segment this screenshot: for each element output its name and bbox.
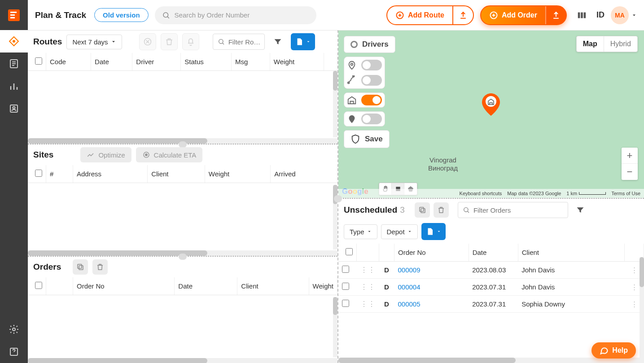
routes-col-status[interactable]: Status [181, 53, 232, 71]
drivers-toggle[interactable]: Drivers [344, 36, 395, 53]
routes-export-button[interactable] [291, 33, 315, 50]
routes-col-driver[interactable]: Driver [132, 53, 181, 71]
map-layer-routes-switch[interactable] [361, 75, 382, 86]
sites-col-num[interactable]: # [46, 165, 73, 183]
id-button[interactable]: ID [596, 10, 605, 20]
sidebar-item-plan[interactable] [0, 30, 28, 52]
map-layer-pins-switch[interactable] [361, 60, 382, 70]
app-logo[interactable] [0, 0, 28, 30]
map-save-button[interactable]: Save [344, 130, 390, 148]
target-icon [142, 151, 150, 159]
sidebar-item-analytics[interactable] [0, 75, 28, 97]
unscheduled-filter-wrap[interactable] [458, 202, 568, 218]
sites-col-address[interactable]: Address [73, 165, 148, 183]
unscheduled-export-button[interactable] [421, 223, 446, 240]
row-menu-button[interactable]: ⋮ [628, 300, 640, 308]
routes-col-weight[interactable]: Weight [270, 53, 324, 71]
sites-table: # Address Client Weight Arrived [28, 165, 337, 183]
sites-col-client[interactable]: Client [148, 165, 205, 183]
unscheduled-col-client[interactable]: Client [518, 244, 624, 262]
unscheduled-copy-button[interactable] [415, 202, 430, 218]
drag-handle-icon[interactable]: ⋮⋮ [360, 300, 376, 308]
table-row[interactable]: ⋮⋮D0000042023.07.31John Davis⋮ [338, 279, 644, 296]
zoom-in-button[interactable]: + [622, 148, 638, 164]
sidebar-item-contacts[interactable] [0, 97, 28, 120]
depot-marker[interactable] [482, 93, 500, 117]
routes-col-date[interactable]: Date [91, 53, 132, 71]
sidebar-item-reports[interactable] [0, 52, 28, 75]
table-row[interactable]: ⋮⋮D0000092023.08.03John Davis⋮ [338, 262, 644, 279]
routes-col-msg[interactable]: Msg [231, 53, 270, 71]
map[interactable]: Drivers [338, 31, 644, 198]
routes-range-dropdown[interactable]: Next 7 days [66, 35, 122, 49]
help-floating-button[interactable]: Help [591, 342, 636, 359]
row-checkbox[interactable] [342, 300, 349, 307]
routes-vscroll[interactable] [333, 71, 337, 137]
user-menu[interactable]: MA [611, 6, 637, 24]
order-client: John Davis [518, 262, 624, 279]
drag-handle-icon[interactable]: ⋮⋮ [360, 266, 376, 274]
map-type-hybrid[interactable]: Hybrid [604, 36, 637, 52]
sites-select-all[interactable] [35, 170, 42, 177]
order-link[interactable]: 000005 [398, 300, 421, 308]
unscheduled-col-date[interactable]: Date [469, 244, 518, 262]
order-link[interactable]: 000009 [398, 266, 421, 274]
unscheduled-type-dropdown[interactable]: Type [344, 224, 377, 239]
terms-link[interactable]: Terms of Use [611, 191, 640, 196]
add-route-upload[interactable] [452, 6, 473, 24]
row-checkbox[interactable] [342, 266, 349, 273]
add-order-button[interactable]: Add Order [480, 5, 567, 25]
map-place-label: Vinograd Виноград [428, 156, 458, 172]
order-link[interactable]: 000004 [398, 283, 421, 291]
routes-col-code[interactable]: Code [46, 53, 91, 71]
routes-filter-button[interactable] [269, 33, 286, 50]
unscheduled-vscroll[interactable] [640, 257, 644, 358]
orders-select-all[interactable] [35, 282, 42, 289]
add-order-label: Add Order [502, 11, 537, 19]
search-input[interactable] [175, 11, 309, 19]
unscheduled-select-all[interactable] [346, 248, 353, 255]
sidebar-item-settings[interactable] [0, 318, 28, 341]
order-type-badge: D [383, 283, 391, 291]
sidebar-item-help[interactable] [0, 341, 28, 363]
old-version-button[interactable]: Old version [94, 8, 149, 22]
drag-handle-icon[interactable]: ⋮⋮ [360, 283, 376, 291]
orders-col-date[interactable]: Date [175, 277, 237, 295]
routes-delete-button [161, 33, 178, 50]
orders-col-orderno[interactable]: Order No [73, 277, 175, 295]
routes-filter-input[interactable] [228, 38, 260, 46]
map-type-map[interactable]: Map [577, 36, 604, 52]
orders-copy-button[interactable] [73, 259, 88, 275]
row-checkbox[interactable] [342, 283, 349, 290]
unscheduled-col-orderno[interactable]: Order No [394, 244, 469, 262]
sites-col-arrived[interactable]: Arrived [271, 165, 337, 183]
orders-delete-button[interactable] [92, 259, 108, 275]
layout-columns-button[interactable] [573, 7, 590, 24]
optimize-button: Optimize [80, 147, 131, 162]
routes-select-all[interactable] [35, 57, 42, 65]
add-order-upload[interactable] [545, 6, 566, 24]
sites-col-weight[interactable]: Weight [205, 165, 270, 183]
zoom-out-button[interactable]: − [622, 164, 638, 180]
table-row[interactable]: ⋮⋮D0000052023.07.31Sophia Downy⋮ [338, 296, 644, 313]
routes-filter-wrap[interactable] [213, 34, 265, 50]
orders-col-weight[interactable]: Weight [309, 277, 337, 295]
search-container[interactable] [155, 6, 316, 24]
orders-col-client[interactable]: Client [237, 277, 309, 295]
keyboard-shortcuts-link[interactable]: Keyboard shortcuts [460, 191, 502, 196]
row-menu-button[interactable]: ⋮ [628, 266, 640, 274]
add-route-button[interactable]: Add Route [386, 5, 474, 25]
orders-vscroll[interactable] [333, 297, 337, 357]
map-layer-markers-switch[interactable] [361, 114, 382, 124]
orders-hscroll[interactable] [28, 358, 337, 363]
unscheduled-depot-dropdown[interactable]: Depot [381, 224, 418, 239]
map-layer-depot-switch[interactable] [361, 95, 382, 105]
unscheduled-filter-input[interactable] [473, 206, 563, 214]
row-menu-button[interactable]: ⋮ [628, 283, 640, 291]
sites-vscroll[interactable] [333, 185, 337, 249]
chat-icon [600, 346, 609, 355]
unscheduled-delete-button[interactable] [434, 202, 449, 218]
unscheduled-filter-button[interactable] [572, 201, 589, 219]
trash-icon [437, 206, 445, 214]
file-icon [426, 227, 434, 236]
